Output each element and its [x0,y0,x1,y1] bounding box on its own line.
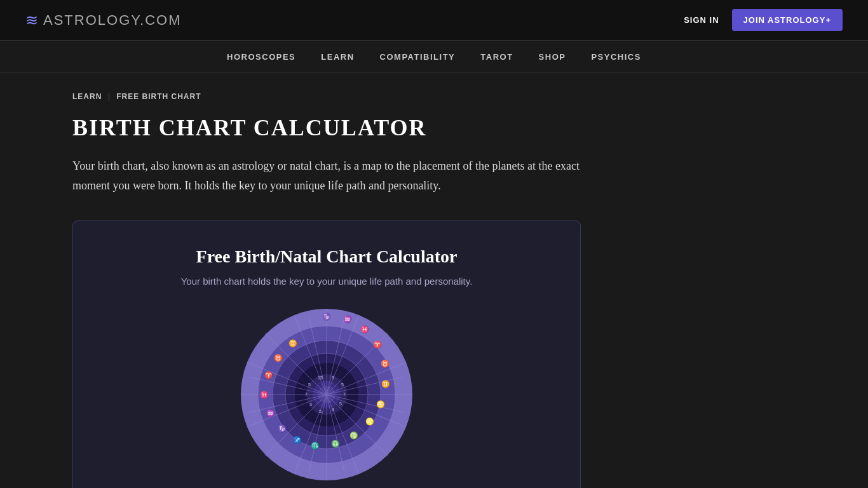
svg-text:5: 5 [319,409,322,414]
nav-learn[interactable]: LEARN [321,52,354,62]
svg-text:♏: ♏ [311,441,320,450]
svg-text:♈: ♈ [373,340,382,349]
logo[interactable]: ≋ ASTROLOGY.COM [25,11,182,29]
breadcrumb-free-birth-chart[interactable]: FREE BIRTH CHART [116,92,201,101]
breadcrumb-separator: | [108,92,110,102]
breadcrumb: LEARN | FREE BIRTH CHART [72,92,796,102]
card-subtitle: Your birth chart holds the key to your u… [181,276,473,287]
svg-text:♉: ♉ [274,353,283,362]
breadcrumb-learn[interactable]: LEARN [72,92,102,101]
svg-text:5: 5 [341,383,344,387]
svg-text:♊: ♊ [288,339,297,348]
page-description: Your birth chart, also known as an astro… [72,156,581,195]
svg-text:♋: ♋ [376,400,385,409]
svg-text:7: 7 [343,392,346,396]
svg-text:♑: ♑ [322,312,331,321]
svg-text:♓: ♓ [260,390,269,399]
svg-text:3: 3 [309,402,312,407]
svg-text:♑: ♑ [278,424,287,433]
card-title: Free Birth/Natal Chart Calculator [196,247,458,267]
join-button[interactable]: JOIN ASTROLOGY+ [732,9,843,31]
svg-text:♓: ♓ [360,325,369,334]
logo-wave-icon: ≋ [25,11,37,29]
secondary-nav: HOROSCOPES LEARN COMPATIBILITY TAROT SHO… [0,41,868,72]
svg-text:3: 3 [332,407,334,412]
page-title: BIRTH CHART CALCULATOR [72,114,796,141]
logo-name: ASTROLOGY [43,12,140,28]
svg-text:15: 15 [318,376,323,380]
nav-horoscopes[interactable]: HOROSCOPES [227,52,295,62]
svg-text:5: 5 [308,383,311,387]
svg-text:♌: ♌ [365,417,374,426]
svg-text:♊: ♊ [381,379,390,388]
nav-compatibility[interactable]: COMPATIBILITY [380,52,456,62]
nav-shop[interactable]: SHOP [539,52,566,62]
logo-text: ASTROLOGY.COM [43,12,182,29]
svg-text:♒: ♒ [343,315,352,323]
svg-text:9: 9 [332,376,334,380]
sign-in-button[interactable]: SIGN IN [684,15,719,25]
svg-text:7: 7 [305,392,308,396]
logo-suffix: .COM [140,12,181,28]
svg-text:♉: ♉ [381,359,390,368]
calculator-card: Free Birth/Natal Chart Calculator Your b… [72,220,581,488]
nav-tarot[interactable]: TAROT [480,52,513,62]
site-header: ≋ ASTROLOGY.COM SIGN IN JOIN ASTROLOGY+ [0,0,868,41]
svg-text:♐: ♐ [293,435,302,444]
nav-psychics[interactable]: PSYCHICS [591,52,641,62]
svg-text:♒: ♒ [266,409,275,417]
svg-text:5: 5 [339,402,342,406]
svg-text:♈: ♈ [264,370,273,379]
main-content: LEARN | FREE BIRTH CHART BIRTH CHART CAL… [0,72,868,488]
zodiac-wheel: ♑ ♒ ♓ ♈ ♉ ♊ ♋ ♌ ♍ ♎ ♏ ♐ ♑ ♒ ♓ ♈ ♉ [238,306,416,484]
svg-text:♍: ♍ [349,431,358,440]
svg-text:♎: ♎ [331,439,340,448]
header-actions: SIGN IN JOIN ASTROLOGY+ [684,9,843,31]
